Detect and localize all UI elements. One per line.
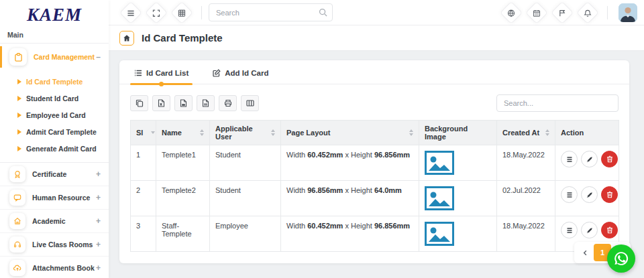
cell-page-layout: Width 96.856mm x Height 64.0mm bbox=[281, 181, 419, 216]
expand-indicator[interactable]: + bbox=[96, 263, 101, 273]
list-icon bbox=[134, 69, 142, 77]
copy-button[interactable] bbox=[130, 95, 148, 111]
cell-user: Employee bbox=[210, 216, 281, 252]
card-tabs: Id Card List Add Id Card bbox=[119, 60, 629, 84]
sidebar-group-human-resource[interactable]: Human Resource + bbox=[0, 186, 109, 210]
tab-add-id-card[interactable]: Add Id Card bbox=[213, 69, 268, 84]
column-header-name[interactable]: Name bbox=[156, 121, 210, 145]
details-button[interactable] bbox=[561, 151, 578, 167]
column-visibility-button[interactable] bbox=[241, 95, 259, 111]
id-card-templates-table: Sl Name Applicable User Page Layout Back… bbox=[130, 120, 619, 252]
details-button[interactable] bbox=[561, 222, 578, 238]
fullscreen-icon bbox=[153, 9, 160, 16]
copy-icon bbox=[136, 99, 144, 107]
cell-sl: 3 bbox=[131, 216, 156, 252]
image-icon[interactable] bbox=[425, 151, 491, 175]
table-header-row: Sl Name Applicable User Page Layout Back… bbox=[131, 121, 619, 145]
caret-right-icon bbox=[17, 113, 21, 118]
expand-indicator[interactable]: + bbox=[96, 193, 101, 202]
caret-right-icon bbox=[17, 96, 21, 101]
collapse-indicator[interactable]: – bbox=[96, 52, 101, 62]
user-avatar[interactable] bbox=[619, 3, 637, 22]
apps-grid-button[interactable] bbox=[170, 1, 193, 24]
cell-sl: 1 bbox=[131, 145, 156, 181]
headset-icon bbox=[9, 236, 25, 253]
flag-button[interactable] bbox=[551, 1, 574, 24]
print-button[interactable] bbox=[219, 95, 237, 111]
expand-indicator[interactable]: + bbox=[96, 169, 101, 179]
column-header-background-image[interactable]: Background Image bbox=[419, 121, 497, 145]
image-icon[interactable] bbox=[425, 186, 491, 210]
table-search-input[interactable] bbox=[496, 94, 619, 112]
sort-icon bbox=[541, 129, 549, 136]
cell-page-layout: Width 60.452mm x Height 96.856mm bbox=[281, 216, 419, 252]
sidebar-item-student-id-card[interactable]: Student Id Card bbox=[17, 90, 109, 107]
brand-logo[interactable]: KAEM bbox=[0, 0, 109, 27]
sort-icon bbox=[196, 129, 204, 136]
delete-button[interactable] bbox=[601, 222, 618, 238]
cell-actions bbox=[555, 145, 619, 181]
export-excel-button[interactable] bbox=[152, 95, 170, 111]
cell-name: Staff-Templete bbox=[156, 216, 210, 252]
expand-indicator[interactable]: + bbox=[96, 240, 101, 249]
tab-id-card-list[interactable]: Id Card List bbox=[134, 69, 189, 84]
column-header-applicable-user[interactable]: Applicable User bbox=[210, 121, 281, 145]
edit-button[interactable] bbox=[581, 151, 598, 167]
cell-sl: 2 bbox=[131, 181, 156, 216]
column-header-sl[interactable]: Sl bbox=[131, 121, 156, 145]
language-button[interactable] bbox=[500, 1, 523, 24]
sidebar-item-employee-id-card[interactable]: Employee Id Card bbox=[17, 107, 109, 123]
sidebar-group-certificate[interactable]: Certificate + bbox=[0, 163, 109, 186]
calendar-button[interactable] bbox=[525, 1, 548, 24]
cell-name: Templete2 bbox=[156, 181, 210, 216]
bell-icon bbox=[584, 9, 592, 16]
calendar-icon bbox=[533, 9, 541, 16]
notifications-button[interactable] bbox=[576, 1, 599, 24]
cell-background-image bbox=[419, 145, 497, 181]
cell-background-image bbox=[419, 216, 497, 252]
edit-button[interactable] bbox=[581, 186, 598, 203]
delete-button[interactable] bbox=[601, 151, 618, 167]
file-csv-icon bbox=[180, 99, 187, 107]
hamburger-icon bbox=[127, 9, 135, 16]
column-header-page-layout[interactable]: Page Layout bbox=[281, 121, 419, 145]
export-pdf-button[interactable] bbox=[197, 95, 215, 111]
table-row: 1 Templete1 Student Width 60.452mm x Hei… bbox=[131, 145, 619, 181]
column-header-created-at[interactable]: Created At bbox=[497, 121, 555, 145]
delete-button[interactable] bbox=[601, 186, 618, 203]
sidebar-group-academic[interactable]: Academic + bbox=[0, 210, 109, 233]
edit-button[interactable] bbox=[581, 222, 598, 238]
sidebar-section-label: Main bbox=[7, 31, 109, 39]
sidebar: KAEM Main Card Management – Id Card Temp… bbox=[0, 0, 109, 278]
sidebar-item-admit-card-templete[interactable]: Admit Card Templete bbox=[17, 123, 109, 140]
cell-created-at: 18.May.2022 bbox=[497, 216, 555, 252]
divider bbox=[607, 6, 608, 19]
search-icon bbox=[319, 8, 327, 17]
whatsapp-icon bbox=[612, 250, 630, 267]
home-button[interactable] bbox=[119, 31, 134, 46]
home-icon bbox=[123, 34, 131, 42]
cell-created-at: 02.Jul.2022 bbox=[497, 181, 555, 216]
fullscreen-button[interactable] bbox=[145, 1, 168, 24]
previous-page-button[interactable] bbox=[576, 244, 594, 261]
sidebar-item-generate-admit-card[interactable]: Generate Admit Card bbox=[17, 140, 109, 157]
search-input[interactable] bbox=[209, 3, 333, 21]
sidebar-group-attachments-book[interactable]: Attachments Book + bbox=[0, 257, 109, 278]
cloud-upload-icon bbox=[9, 260, 25, 276]
cell-background-image bbox=[419, 181, 497, 216]
sidebar-item-id-card-templete[interactable]: Id Card Templete bbox=[17, 73, 109, 90]
expand-indicator[interactable]: + bbox=[96, 216, 101, 226]
export-csv-button[interactable] bbox=[174, 95, 193, 111]
topbar bbox=[109, 0, 644, 25]
divider bbox=[201, 6, 202, 19]
whatsapp-button[interactable] bbox=[607, 245, 635, 273]
image-icon[interactable] bbox=[425, 222, 491, 246]
hamburger-icon bbox=[566, 156, 573, 163]
sidebar-group-card-management[interactable]: Card Management – bbox=[0, 44, 109, 70]
column-header-action[interactable]: Action bbox=[555, 121, 619, 145]
menu-toggle-button[interactable] bbox=[119, 1, 142, 24]
sidebar-group-live-class-rooms[interactable]: Live Class Rooms + bbox=[0, 233, 109, 257]
medal-icon bbox=[9, 166, 25, 182]
trash-icon bbox=[606, 226, 613, 234]
details-button[interactable] bbox=[561, 186, 578, 203]
